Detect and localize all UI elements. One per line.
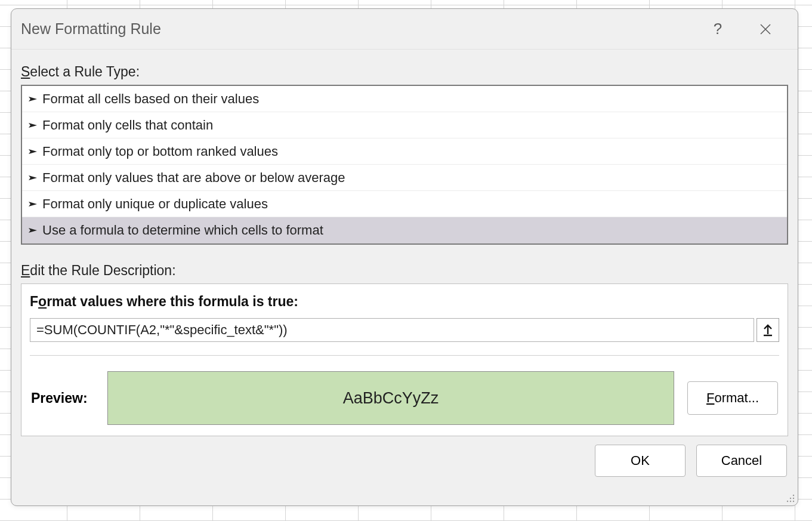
rule-type-item[interactable]: Format all cells based on their values: [22, 86, 787, 112]
svg-point-10: [793, 495, 794, 496]
range-picker-button[interactable]: [757, 318, 779, 342]
new-formatting-rule-dialog: New Formatting Rule ? Select a Rule Type…: [11, 8, 798, 506]
rule-type-label: Format only cells that contain: [42, 118, 213, 133]
svg-marker-3: [29, 123, 37, 128]
bullet-arrow-icon: [28, 201, 38, 208]
rule-description-box: Format values where this formula is true…: [21, 283, 788, 436]
svg-point-14: [790, 501, 791, 502]
format-values-heading: Format values where this formula is true…: [30, 294, 779, 310]
help-icon: ?: [714, 20, 722, 38]
rule-type-label: Format only top or bottom ranked values: [42, 144, 278, 159]
dialog-title: New Formatting Rule: [21, 20, 688, 38]
select-rule-type-label: Select a Rule Type:: [21, 64, 788, 80]
help-button[interactable]: ?: [700, 14, 736, 45]
svg-point-11: [793, 498, 794, 499]
formula-row: [30, 318, 779, 342]
bullet-arrow-icon: [28, 95, 38, 103]
rule-type-item[interactable]: Format only unique or duplicate values: [22, 191, 787, 217]
close-button[interactable]: [748, 14, 783, 45]
divider: [30, 355, 779, 356]
dialog-body: Select a Rule Type: Format all cells bas…: [11, 50, 798, 505]
collapse-dialog-icon: [762, 323, 773, 337]
svg-point-13: [793, 501, 794, 502]
close-icon: [759, 23, 771, 35]
bullet-arrow-icon: [28, 148, 38, 155]
dialog-button-row: OK Cancel: [21, 445, 788, 477]
format-button[interactable]: Format...: [687, 381, 778, 415]
svg-marker-5: [29, 175, 37, 180]
rule-type-item[interactable]: Format only values that are above or bel…: [22, 165, 787, 191]
resize-grip-icon: [786, 494, 795, 503]
cancel-button[interactable]: Cancel: [696, 445, 787, 477]
svg-marker-7: [29, 228, 37, 233]
preview-swatch: AaBbCcYyZz: [107, 371, 674, 425]
svg-point-12: [790, 498, 791, 499]
resize-grip[interactable]: [786, 494, 795, 503]
svg-marker-4: [29, 149, 37, 154]
svg-marker-6: [29, 202, 37, 206]
dialog-titlebar: New Formatting Rule ?: [11, 9, 798, 50]
svg-point-15: [787, 501, 788, 502]
rule-type-label: Format all cells based on their values: [42, 91, 259, 107]
preview-sample-text: AaBbCcYyZz: [343, 389, 439, 408]
bullet-arrow-icon: [28, 227, 38, 234]
rule-type-label: Use a formula to determine which cells t…: [42, 223, 323, 238]
edit-rule-description-label: Edit the Rule Description:: [21, 263, 788, 279]
preview-row: Preview: AaBbCcYyZz Format...: [30, 371, 779, 425]
ok-button[interactable]: OK: [595, 445, 686, 477]
rule-type-item[interactable]: Format only cells that contain: [22, 112, 787, 138]
rule-type-list[interactable]: Format all cells based on their values F…: [21, 85, 788, 245]
rule-type-item[interactable]: Use a formula to determine which cells t…: [22, 217, 787, 243]
bullet-arrow-icon: [28, 174, 38, 181]
formula-input[interactable]: [30, 318, 754, 342]
rule-type-label: Format only values that are above or bel…: [42, 170, 345, 186]
bullet-arrow-icon: [28, 122, 38, 129]
rule-type-item[interactable]: Format only top or bottom ranked values: [22, 138, 787, 165]
rule-type-label: Format only unique or duplicate values: [42, 196, 268, 212]
svg-marker-2: [29, 97, 37, 101]
preview-label: Preview:: [31, 390, 94, 406]
